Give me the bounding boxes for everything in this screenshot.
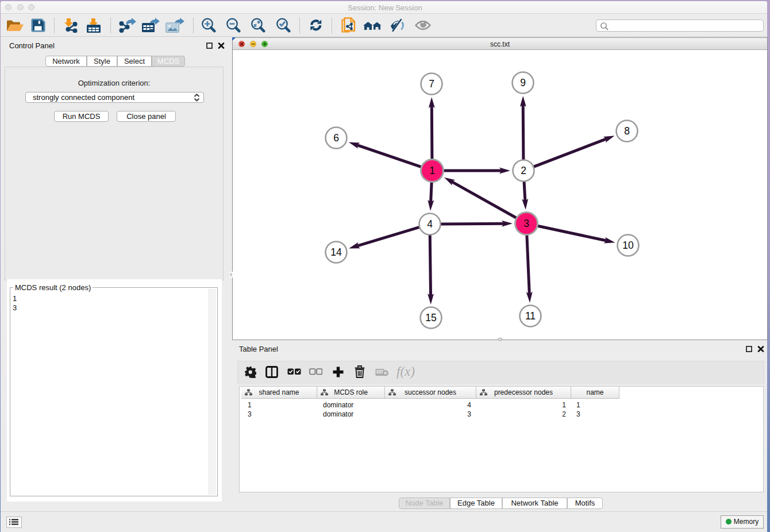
svg-text:8: 8 [624,125,630,137]
svg-text:1: 1 [429,165,435,176]
svg-text:7: 7 [429,78,434,90]
svg-text:11: 11 [525,310,536,322]
svg-text:4: 4 [427,218,433,230]
svg-text:3: 3 [523,218,529,229]
svg-text:15: 15 [425,312,436,323]
svg-text:14: 14 [330,246,342,258]
svg-text:10: 10 [622,240,634,251]
svg-text:9: 9 [520,77,526,88]
svg-text:2: 2 [521,165,526,176]
svg-text:6: 6 [333,132,339,144]
